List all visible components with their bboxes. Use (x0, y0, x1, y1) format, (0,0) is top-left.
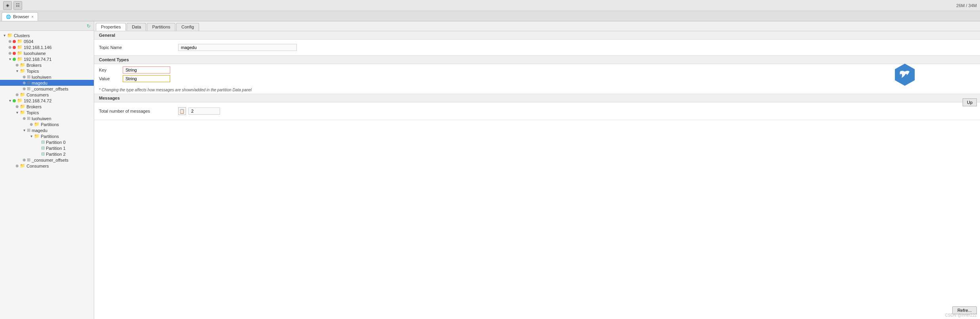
node-magedu1-label: magedu (32, 81, 47, 85)
node-luoohuiwne-label: luoohuiwne (24, 51, 46, 56)
tree-item-luohuiwen1[interactable]: ⊕ ⊞ luohuiwen (0, 74, 94, 80)
node-192-168-1-146-label: 192.168.1.146 (24, 45, 51, 50)
tree-item-consumer-offsets2[interactable]: ⊕ ⊞ _consumer_offsets (0, 157, 94, 163)
expand-partitions-mag[interactable]: ▾ (28, 134, 34, 138)
tree-item-consumers2[interactable]: ⊕ 📁 Consumers (0, 163, 94, 169)
topics-folder-icon-2: 📁 (20, 110, 25, 115)
content-types-body: Key String Integer Long Double Float Byt… (94, 64, 980, 86)
general-header: General (94, 31, 980, 40)
titlebar-icon-1[interactable]: ◈ (3, 1, 12, 10)
node-consumer-offsets2-label: _consumer_offsets (32, 158, 68, 162)
node-partition2-label: Partition 2 (46, 152, 66, 157)
tab-data[interactable]: Data (127, 23, 146, 31)
tree-item-partition0[interactable]: ⊟ Partition 0 (0, 139, 94, 145)
status-dot-red-2 (13, 46, 16, 49)
message-count-input[interactable] (188, 108, 220, 115)
expand-luoohuiwne[interactable]: ⊕ (7, 51, 13, 55)
expand-brokers1[interactable]: ⊕ (14, 63, 20, 67)
expand-192-168-74-71[interactable]: ▾ (7, 57, 13, 61)
copy-count-btn[interactable]: 📋 (178, 107, 186, 115)
tree-item-topics2[interactable]: ▾ 📁 Topics (0, 109, 94, 115)
expand-magedu1[interactable]: ⊕ (21, 81, 27, 85)
tree-item-partitions-luo[interactable]: ⊕ 📁 Partitions (0, 121, 94, 127)
total-messages-label: Total number of messages (99, 109, 178, 113)
expand-0504[interactable]: ⊕ (7, 39, 13, 43)
main-tabbar: 🌐 Browser × (0, 11, 980, 21)
tree-item-consumer-offsets1[interactable]: ⊕ ⊞ _consumer_offsets (0, 86, 94, 92)
cluster-folder-icon: 📁 (17, 39, 23, 44)
expand-brokers2[interactable]: ⊕ (14, 104, 20, 109)
topic-icon-2: ⊞ (27, 80, 30, 85)
tree-item-brokers2[interactable]: ⊕ 📁 Brokers (0, 104, 94, 109)
node-consumers1-label: Consumers (27, 92, 49, 97)
expand-consumer-offsets1[interactable]: ⊕ (21, 87, 27, 91)
tree-item-luohuiwen2[interactable]: ⊕ ⊞ luohuiwen (0, 115, 94, 121)
expand-topics2[interactable]: ▾ (14, 110, 20, 115)
topic-icon-3: ⊞ (27, 86, 30, 91)
node-brokers2-label: Brokers (27, 104, 42, 109)
value-select[interactable]: String Integer Long Double Float Bytes (123, 75, 170, 82)
browser-tab[interactable]: 🌐 Browser × (2, 12, 38, 21)
tab-close-btn[interactable]: × (31, 15, 34, 19)
expand-clusters[interactable]: ▾ (2, 33, 7, 38)
expand-192-168-1-146[interactable]: ⊕ (7, 45, 13, 49)
node-192-168-74-71-label: 192.168.74.71 (24, 57, 51, 62)
tree-item-luoohuiwne[interactable]: ⊕ 📁 luoohuiwne (0, 50, 94, 56)
tree-item-topics1[interactable]: ▾ 📁 Topics (0, 68, 94, 74)
key-select[interactable]: String Integer Long Double Float Bytes (123, 66, 170, 74)
value-row: Value String Integer Long Double Float B… (99, 75, 975, 82)
tree-item-192-168-74-72[interactable]: ▾ 📁 192.168.74.72 (0, 98, 94, 104)
expand-luohuiwen1[interactable]: ⊕ (21, 75, 27, 79)
brokers-folder-icon: 📁 (20, 62, 25, 68)
topic-name-input[interactable] (178, 44, 297, 51)
expand-consumers2[interactable]: ⊕ (14, 164, 20, 168)
messages-header: Messages (94, 94, 980, 102)
sidebar-toolbar: ↻ (0, 21, 94, 31)
key-row: Key String Integer Long Double Float Byt… (99, 66, 975, 74)
status-dot-green-2 (13, 99, 16, 102)
tab-properties[interactable]: Properties (96, 23, 126, 31)
tree: ▾ 📁 Clusters ⊕ 📁 0504 ⊕ 📁 192.168.1.146 (0, 31, 94, 170)
tree-item-0504[interactable]: ⊕ 📁 0504 (0, 38, 94, 44)
tree-item-partition1[interactable]: ⊟ Partition 1 (0, 145, 94, 151)
topic-name-row: Topic Name (94, 43, 980, 52)
tree-item-magedu1[interactable]: ⊕ ⊞ magedu (0, 80, 94, 86)
value-select-wrapper: String Integer Long Double Float Bytes (123, 75, 170, 82)
partition-icon-0: ⊟ (41, 140, 45, 145)
expand-luohuiwen2[interactable]: ⊕ (21, 116, 27, 121)
content-type-note: * Changing the type affects how messages… (94, 86, 980, 94)
partitions-folder-icon-2: 📁 (34, 134, 40, 139)
tab-config[interactable]: Config (176, 23, 199, 31)
expand-consumer-offsets2[interactable]: ⊕ (21, 158, 27, 162)
sidebar-refresh-btn[interactable]: ↻ (85, 23, 92, 30)
messages-section: Messages Total number of messages 📋 (94, 94, 980, 120)
node-partition1-label: Partition 1 (46, 146, 66, 151)
tree-item-magedu2[interactable]: ▾ ⊞ magedu (0, 127, 94, 133)
titlebar-icon-2[interactable]: ☷ (13, 1, 22, 10)
main-content: ↻ ▾ 📁 Clusters ⊕ 📁 0504 ⊕ (0, 21, 980, 319)
tree-item-partitions-mag[interactable]: ▾ 📁 Partitions (0, 133, 94, 139)
topic-icon-5: ⊞ (27, 128, 30, 133)
tree-item-partition2[interactable]: ⊟ Partition 2 (0, 151, 94, 157)
tree-item-brokers1[interactable]: ⊕ 📁 Brokers (0, 62, 94, 68)
topic-name-label: Topic Name (99, 45, 178, 50)
content-types-section: Content Types Key String Integer Long Do… (94, 56, 980, 94)
status-dot-red-3 (13, 52, 16, 55)
expand-topics1[interactable]: ▾ (14, 69, 20, 73)
expand-magedu2[interactable]: ▾ (21, 128, 27, 132)
messages-body: Total number of messages 📋 (94, 102, 980, 120)
tree-item-consumers1[interactable]: ⊕ 📁 Consumers (0, 92, 94, 98)
expand-partitions-luo[interactable]: ⊕ (28, 122, 34, 126)
node-luohuiwen2-label: luohuiwen (32, 116, 51, 121)
node-brokers1-label: Brokers (27, 63, 42, 68)
node-magedu2-label: magedu (32, 128, 47, 133)
tab-partitions[interactable]: Partitions (147, 23, 175, 31)
up-button[interactable]: Up (963, 98, 977, 106)
expand-consumers1[interactable]: ⊕ (14, 92, 20, 97)
tree-item-clusters[interactable]: ▾ 📁 Clusters (0, 32, 94, 38)
tree-item-192-168-74-71[interactable]: ▾ 📁 192.168.74.71 (0, 56, 94, 62)
tree-item-192-168-1-146[interactable]: ⊕ 📁 192.168.1.146 (0, 44, 94, 50)
expand-192-168-74-72[interactable]: ▾ (7, 98, 13, 103)
cluster-folder-icon-4: 📁 (17, 57, 23, 62)
app-logo (893, 63, 917, 87)
